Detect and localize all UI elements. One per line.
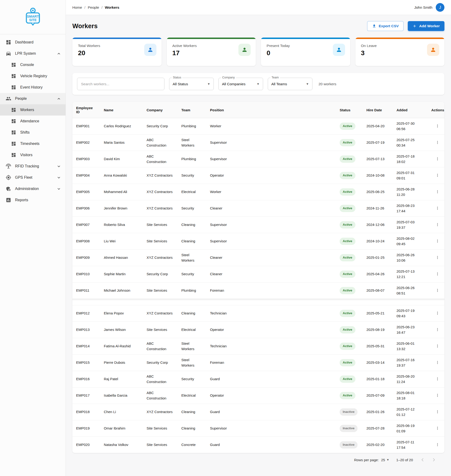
- sidebar-item-dashboard[interactable]: Dashboard: [0, 37, 66, 48]
- row-actions-button[interactable]: [434, 343, 441, 350]
- cell-position: Cleaner: [206, 200, 336, 217]
- cell-company: ABC Construction: [143, 151, 178, 167]
- cell-hire-date: 2025-04-20: [363, 118, 393, 135]
- next-page-button[interactable]: [431, 457, 436, 462]
- cell-actions: [427, 388, 445, 404]
- cell-name: Chen Li: [100, 404, 143, 420]
- row-actions-button[interactable]: [434, 392, 441, 399]
- cell-team: Steel Workers: [178, 250, 206, 266]
- row-actions-button[interactable]: [434, 376, 441, 383]
- status-badge: Active: [340, 205, 355, 212]
- sidebar-item-lpr-system[interactable]: LPR System: [0, 48, 66, 59]
- cell-hire-date: 2025-05-31: [363, 338, 393, 355]
- cell-company: Site Services: [143, 217, 178, 233]
- add-worker-button[interactable]: Add Worker: [408, 21, 445, 31]
- row-actions-button[interactable]: [434, 123, 441, 130]
- cell-added: 2025-07-31 09:01: [393, 167, 427, 184]
- row-actions-button[interactable]: [434, 189, 441, 196]
- avatar[interactable]: J: [436, 3, 445, 12]
- sidebar-item-workers[interactable]: Workers: [0, 104, 66, 116]
- cell-position: Guard: [206, 404, 336, 420]
- cell-hire-date: 2025-08-07: [363, 283, 393, 299]
- row-actions-button[interactable]: [434, 425, 441, 432]
- row-actions-button[interactable]: [434, 156, 441, 163]
- sidebar-item-people[interactable]: People: [0, 93, 66, 104]
- person-icon: [241, 47, 248, 53]
- cell-hire-date: 2025-04-26: [363, 266, 393, 283]
- row-actions-button[interactable]: [434, 326, 441, 334]
- table-row: EMP010 Sophie Martin Security Corp Secur…: [72, 266, 445, 283]
- cell-name: Elena Popov: [100, 305, 143, 322]
- row-actions-button[interactable]: [434, 139, 441, 146]
- breadcrumb-people[interactable]: People: [88, 5, 99, 10]
- cell-actions: [427, 404, 445, 420]
- cell-hire-date: 2024-10-08: [363, 167, 393, 184]
- cell-status: Active: [336, 388, 363, 404]
- row-actions-button[interactable]: [434, 359, 441, 366]
- cell-actions: [427, 135, 445, 151]
- sidebar-item-console[interactable]: Console: [0, 59, 66, 70]
- cell-added: 2025-08-02 09:45: [393, 233, 427, 250]
- sidebar-item-shifts[interactable]: Shifts: [0, 127, 66, 138]
- cell-added: 2025-07-12 01:12: [393, 404, 427, 420]
- breadcrumb-home[interactable]: Home: [72, 5, 82, 10]
- row-actions-button[interactable]: [434, 238, 441, 245]
- cell-status: Inactive: [336, 420, 363, 437]
- plus-icon: [413, 24, 417, 28]
- cell-team: Security: [178, 167, 206, 184]
- table-row: EMP004 Anna Kowalski XYZ Contractors Sec…: [72, 167, 445, 184]
- row-actions-button[interactable]: [434, 287, 441, 294]
- topbar: Home / People / Workers John Smith J: [66, 0, 451, 15]
- status-badge: Active: [340, 326, 355, 333]
- row-actions-button[interactable]: [434, 205, 441, 212]
- sidebar-item-rfid-tracking[interactable]: RFID Tracking: [0, 161, 66, 172]
- team-select[interactable]: Team All Teams ▼: [268, 78, 313, 90]
- cell-status: Active: [336, 283, 363, 299]
- cell-added: 2025-06-28 11:20: [393, 184, 427, 200]
- sidebar-item-event-history[interactable]: Event History: [0, 82, 66, 93]
- sidebar-item-gps-fleet[interactable]: GPS Fleet: [0, 172, 66, 183]
- row-actions-button[interactable]: [434, 271, 441, 278]
- grid-icon: [11, 119, 16, 124]
- cell-actions: [427, 200, 445, 217]
- cell-added: 2025-07-13 12:21: [393, 266, 427, 283]
- export-csv-button[interactable]: Export CSV: [367, 21, 404, 31]
- cell-team: Concrete: [178, 437, 206, 453]
- cell-employee-id: EMP003: [72, 151, 100, 167]
- rows-per-page-select[interactable]: 25 ▼: [381, 458, 389, 462]
- cell-company: Site Services: [143, 233, 178, 250]
- cell-position: Technician: [206, 305, 336, 322]
- cell-hire-date: 2025-03-14: [363, 355, 393, 371]
- more-vert-icon: [435, 442, 440, 447]
- row-actions-button[interactable]: [434, 222, 441, 229]
- col-hire-date: Hire Date: [363, 102, 393, 118]
- sidebar-item-attendance[interactable]: Attendance: [0, 116, 66, 127]
- row-actions-button[interactable]: [434, 441, 441, 449]
- more-vert-icon: [435, 140, 440, 145]
- sidebar-item-reports[interactable]: Reports: [0, 194, 66, 206]
- sidebar-item-timesheets[interactable]: Timesheets: [0, 138, 66, 149]
- cell-actions: [427, 283, 445, 299]
- cell-added: 2025-06-23 16:47: [393, 322, 427, 338]
- sidebar-item-vehicle-registry[interactable]: Vehicle Registry: [0, 70, 66, 82]
- cell-added: 2025-07-25 00:34: [393, 135, 427, 151]
- cell-name: Michael Johnson: [100, 283, 143, 299]
- rows-per-page-label: Rows per page:: [354, 458, 379, 462]
- row-actions-button[interactable]: [434, 172, 441, 179]
- previous-page-button[interactable]: [420, 457, 425, 462]
- sidebar-item-administration[interactable]: Administration: [0, 183, 66, 194]
- cell-actions: [427, 305, 445, 322]
- stat-accent-bar: [167, 37, 256, 39]
- row-actions-button[interactable]: [434, 254, 441, 261]
- company-select[interactable]: Company All Companies ▼: [219, 78, 263, 90]
- row-actions-button[interactable]: [434, 310, 441, 317]
- stat-accent-bar: [72, 37, 162, 39]
- svg-text:SMART: SMART: [27, 14, 39, 18]
- sidebar-item-visitors[interactable]: Visitors: [0, 149, 66, 161]
- status-select[interactable]: Status All Status ▼: [169, 78, 214, 90]
- row-actions-button[interactable]: [434, 409, 441, 416]
- cell-hire-date: 2025-07-13: [363, 151, 393, 167]
- cell-name: Raj Patel: [100, 371, 143, 388]
- cell-team: Security: [178, 266, 206, 283]
- search-input[interactable]: [77, 78, 164, 90]
